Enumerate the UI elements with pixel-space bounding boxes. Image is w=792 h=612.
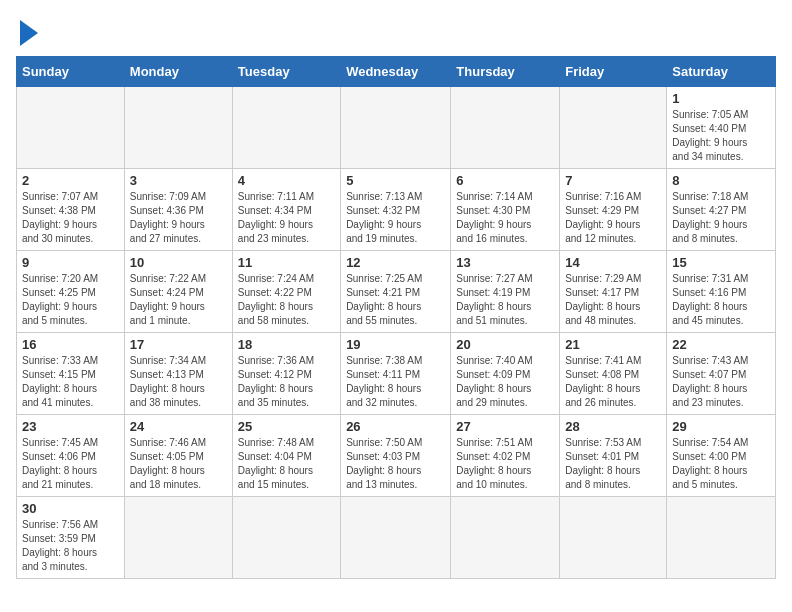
- calendar-day-cell: [667, 497, 776, 579]
- calendar-day-cell: 25Sunrise: 7:48 AM Sunset: 4:04 PM Dayli…: [232, 415, 340, 497]
- day-number: 18: [238, 337, 335, 352]
- calendar-day-cell: [17, 87, 125, 169]
- day-number: 14: [565, 255, 661, 270]
- calendar-day-cell: 20Sunrise: 7:40 AM Sunset: 4:09 PM Dayli…: [451, 333, 560, 415]
- day-info: Sunrise: 7:33 AM Sunset: 4:15 PM Dayligh…: [22, 354, 119, 410]
- weekday-header: Wednesday: [341, 57, 451, 87]
- calendar-body: 1Sunrise: 7:05 AM Sunset: 4:40 PM Daylig…: [17, 87, 776, 579]
- calendar-day-cell: 15Sunrise: 7:31 AM Sunset: 4:16 PM Dayli…: [667, 251, 776, 333]
- weekday-header: Saturday: [667, 57, 776, 87]
- calendar-day-cell: 11Sunrise: 7:24 AM Sunset: 4:22 PM Dayli…: [232, 251, 340, 333]
- calendar-day-cell: [124, 87, 232, 169]
- day-info: Sunrise: 7:51 AM Sunset: 4:02 PM Dayligh…: [456, 436, 554, 492]
- day-number: 9: [22, 255, 119, 270]
- calendar-day-cell: 7Sunrise: 7:16 AM Sunset: 4:29 PM Daylig…: [560, 169, 667, 251]
- calendar-day-cell: 23Sunrise: 7:45 AM Sunset: 4:06 PM Dayli…: [17, 415, 125, 497]
- day-info: Sunrise: 7:48 AM Sunset: 4:04 PM Dayligh…: [238, 436, 335, 492]
- day-info: Sunrise: 7:13 AM Sunset: 4:32 PM Dayligh…: [346, 190, 445, 246]
- logo-triangle-icon: [20, 20, 38, 46]
- day-info: Sunrise: 7:18 AM Sunset: 4:27 PM Dayligh…: [672, 190, 770, 246]
- day-number: 19: [346, 337, 445, 352]
- calendar-day-cell: [341, 497, 451, 579]
- day-info: Sunrise: 7:54 AM Sunset: 4:00 PM Dayligh…: [672, 436, 770, 492]
- day-info: Sunrise: 7:45 AM Sunset: 4:06 PM Dayligh…: [22, 436, 119, 492]
- weekday-header: Thursday: [451, 57, 560, 87]
- calendar-day-cell: 21Sunrise: 7:41 AM Sunset: 4:08 PM Dayli…: [560, 333, 667, 415]
- day-info: Sunrise: 7:16 AM Sunset: 4:29 PM Dayligh…: [565, 190, 661, 246]
- calendar-header: SundayMondayTuesdayWednesdayThursdayFrid…: [17, 57, 776, 87]
- calendar-day-cell: [451, 87, 560, 169]
- day-info: Sunrise: 7:38 AM Sunset: 4:11 PM Dayligh…: [346, 354, 445, 410]
- calendar-day-cell: 16Sunrise: 7:33 AM Sunset: 4:15 PM Dayli…: [17, 333, 125, 415]
- day-number: 25: [238, 419, 335, 434]
- day-number: 2: [22, 173, 119, 188]
- day-number: 15: [672, 255, 770, 270]
- day-number: 3: [130, 173, 227, 188]
- day-number: 1: [672, 91, 770, 106]
- day-number: 13: [456, 255, 554, 270]
- calendar-day-cell: 27Sunrise: 7:51 AM Sunset: 4:02 PM Dayli…: [451, 415, 560, 497]
- calendar-day-cell: [560, 87, 667, 169]
- day-number: 6: [456, 173, 554, 188]
- day-info: Sunrise: 7:27 AM Sunset: 4:19 PM Dayligh…: [456, 272, 554, 328]
- day-info: Sunrise: 7:34 AM Sunset: 4:13 PM Dayligh…: [130, 354, 227, 410]
- day-number: 16: [22, 337, 119, 352]
- calendar-day-cell: [124, 497, 232, 579]
- day-info: Sunrise: 7:11 AM Sunset: 4:34 PM Dayligh…: [238, 190, 335, 246]
- calendar-day-cell: [232, 497, 340, 579]
- calendar-day-cell: 26Sunrise: 7:50 AM Sunset: 4:03 PM Dayli…: [341, 415, 451, 497]
- day-info: Sunrise: 7:20 AM Sunset: 4:25 PM Dayligh…: [22, 272, 119, 328]
- day-info: Sunrise: 7:07 AM Sunset: 4:38 PM Dayligh…: [22, 190, 119, 246]
- calendar-week-row: 23Sunrise: 7:45 AM Sunset: 4:06 PM Dayli…: [17, 415, 776, 497]
- day-number: 10: [130, 255, 227, 270]
- calendar-day-cell: 19Sunrise: 7:38 AM Sunset: 4:11 PM Dayli…: [341, 333, 451, 415]
- weekday-header: Tuesday: [232, 57, 340, 87]
- calendar-day-cell: 8Sunrise: 7:18 AM Sunset: 4:27 PM Daylig…: [667, 169, 776, 251]
- day-number: 21: [565, 337, 661, 352]
- day-info: Sunrise: 7:22 AM Sunset: 4:24 PM Dayligh…: [130, 272, 227, 328]
- day-info: Sunrise: 7:31 AM Sunset: 4:16 PM Dayligh…: [672, 272, 770, 328]
- day-info: Sunrise: 7:41 AM Sunset: 4:08 PM Dayligh…: [565, 354, 661, 410]
- day-info: Sunrise: 7:05 AM Sunset: 4:40 PM Dayligh…: [672, 108, 770, 164]
- calendar-day-cell: 1Sunrise: 7:05 AM Sunset: 4:40 PM Daylig…: [667, 87, 776, 169]
- calendar-day-cell: 10Sunrise: 7:22 AM Sunset: 4:24 PM Dayli…: [124, 251, 232, 333]
- day-number: 17: [130, 337, 227, 352]
- day-number: 23: [22, 419, 119, 434]
- day-number: 7: [565, 173, 661, 188]
- calendar-week-row: 1Sunrise: 7:05 AM Sunset: 4:40 PM Daylig…: [17, 87, 776, 169]
- calendar-week-row: 30Sunrise: 7:56 AM Sunset: 3:59 PM Dayli…: [17, 497, 776, 579]
- day-info: Sunrise: 7:24 AM Sunset: 4:22 PM Dayligh…: [238, 272, 335, 328]
- calendar-day-cell: 30Sunrise: 7:56 AM Sunset: 3:59 PM Dayli…: [17, 497, 125, 579]
- calendar-day-cell: 18Sunrise: 7:36 AM Sunset: 4:12 PM Dayli…: [232, 333, 340, 415]
- calendar-day-cell: 4Sunrise: 7:11 AM Sunset: 4:34 PM Daylig…: [232, 169, 340, 251]
- calendar-week-row: 2Sunrise: 7:07 AM Sunset: 4:38 PM Daylig…: [17, 169, 776, 251]
- calendar-day-cell: 3Sunrise: 7:09 AM Sunset: 4:36 PM Daylig…: [124, 169, 232, 251]
- day-info: Sunrise: 7:56 AM Sunset: 3:59 PM Dayligh…: [22, 518, 119, 574]
- day-number: 22: [672, 337, 770, 352]
- day-number: 28: [565, 419, 661, 434]
- calendar-day-cell: 22Sunrise: 7:43 AM Sunset: 4:07 PM Dayli…: [667, 333, 776, 415]
- day-number: 11: [238, 255, 335, 270]
- day-number: 5: [346, 173, 445, 188]
- day-number: 20: [456, 337, 554, 352]
- day-number: 27: [456, 419, 554, 434]
- calendar-day-cell: 2Sunrise: 7:07 AM Sunset: 4:38 PM Daylig…: [17, 169, 125, 251]
- weekday-header: Friday: [560, 57, 667, 87]
- calendar-day-cell: 12Sunrise: 7:25 AM Sunset: 4:21 PM Dayli…: [341, 251, 451, 333]
- calendar-day-cell: 13Sunrise: 7:27 AM Sunset: 4:19 PM Dayli…: [451, 251, 560, 333]
- day-number: 26: [346, 419, 445, 434]
- day-info: Sunrise: 7:25 AM Sunset: 4:21 PM Dayligh…: [346, 272, 445, 328]
- calendar-day-cell: 6Sunrise: 7:14 AM Sunset: 4:30 PM Daylig…: [451, 169, 560, 251]
- day-number: 8: [672, 173, 770, 188]
- calendar-table: SundayMondayTuesdayWednesdayThursdayFrid…: [16, 56, 776, 579]
- day-info: Sunrise: 7:36 AM Sunset: 4:12 PM Dayligh…: [238, 354, 335, 410]
- calendar-day-cell: 9Sunrise: 7:20 AM Sunset: 4:25 PM Daylig…: [17, 251, 125, 333]
- page-header: [16, 16, 776, 46]
- day-number: 29: [672, 419, 770, 434]
- calendar-day-cell: [232, 87, 340, 169]
- day-number: 24: [130, 419, 227, 434]
- calendar-week-row: 16Sunrise: 7:33 AM Sunset: 4:15 PM Dayli…: [17, 333, 776, 415]
- weekday-header: Sunday: [17, 57, 125, 87]
- calendar-day-cell: 29Sunrise: 7:54 AM Sunset: 4:00 PM Dayli…: [667, 415, 776, 497]
- logo: [16, 16, 38, 46]
